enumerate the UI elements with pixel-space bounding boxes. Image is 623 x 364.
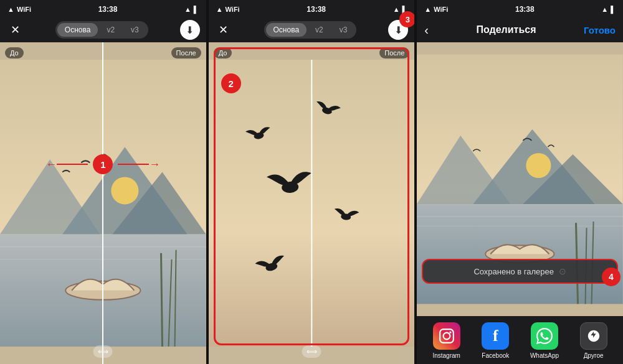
- other-icon: [580, 322, 607, 350]
- right-arrow-icon: →: [149, 158, 160, 171]
- back-button-3[interactable]: ‹: [424, 23, 429, 37]
- label-after-2: После: [379, 47, 409, 58]
- status-bar-1: ▲ WiFi 13:38 ▲ ▌: [0, 0, 206, 17]
- svg-point-33: [449, 331, 451, 333]
- status-bar-3: ▲ WiFi 13:38 ▲ ▌: [417, 0, 623, 17]
- saved-text: Сохранено в галерее: [473, 267, 554, 276]
- arrow-icon-1: ▲: [184, 6, 191, 13]
- tab-group-2: Основа v2 v3: [264, 21, 357, 39]
- toolbar-3: ‹ Поделиться Готово: [417, 17, 623, 42]
- arrow-line-right: [118, 164, 149, 165]
- svg-point-4: [111, 177, 138, 204]
- svg-point-23: [526, 153, 551, 178]
- tab-v3-2[interactable]: v3: [332, 23, 355, 37]
- instagram-icon: [433, 322, 460, 350]
- arrow-icon-2: ▲: [393, 6, 400, 13]
- tab-osnova-1[interactable]: Основа: [57, 23, 98, 37]
- handle-icon-1[interactable]: ⟺: [93, 345, 113, 358]
- panel-2: ▲ WiFi 13:38 ▲ ▌ ✕ Основа v2 v3 ⬇ 3: [209, 0, 415, 364]
- app-whatsapp[interactable]: WhatsApp: [527, 322, 561, 359]
- step-circle-1: 1: [93, 154, 113, 174]
- tab-osnova-2[interactable]: Основа: [266, 23, 307, 37]
- battery-icon-3: ▌: [611, 6, 616, 13]
- arrow-icon-3: ▲: [601, 6, 608, 13]
- facebook-label: Facebook: [482, 352, 509, 359]
- arrow-line-left: [57, 164, 88, 165]
- saved-check-icon: ⊙: [559, 266, 566, 276]
- wifi-icon-2: WiFi: [226, 6, 240, 13]
- done-button-3[interactable]: Готово: [584, 25, 616, 35]
- app-instagram[interactable]: Instagram: [429, 322, 464, 359]
- instagram-label: Instagram: [432, 352, 460, 359]
- step-badge-3: 3: [399, 11, 414, 27]
- download-button-1[interactable]: ⬇: [180, 20, 200, 40]
- image-area-2: До После 2 ⟺: [209, 42, 415, 364]
- status-left-2: ▲ WiFi: [216, 6, 240, 13]
- tab-v3-1[interactable]: v3: [123, 23, 146, 37]
- whatsapp-label: WhatsApp: [530, 352, 559, 359]
- left-arrow-icon: ←: [45, 158, 57, 171]
- handle-icon-2[interactable]: ⟺: [302, 345, 321, 358]
- time-3: 13:38: [515, 5, 535, 14]
- share-apps: Instagram f Facebook WhatsApp: [417, 316, 623, 364]
- status-right-3: ▲ ▌: [601, 6, 616, 13]
- download-icon-2: ⬇: [394, 24, 402, 36]
- signal-icon-3: ▲: [424, 6, 431, 13]
- signal-icon-2: ▲: [216, 6, 223, 13]
- wifi-icon-3: WiFi: [434, 6, 448, 13]
- main-container: ▲ WiFi 13:38 ▲ ▌ ✕ Основа v2 v3 ⬇: [0, 0, 623, 364]
- wifi-icon-1: WiFi: [17, 6, 31, 13]
- share-title: Поделиться: [476, 24, 536, 35]
- tab-v2-2[interactable]: v2: [308, 23, 331, 37]
- label-before-1: До: [5, 47, 24, 58]
- status-right-1: ▲ ▌: [184, 6, 199, 13]
- label-before-2: До: [214, 47, 232, 58]
- status-left-1: ▲ WiFi: [7, 6, 31, 13]
- svg-point-32: [443, 333, 450, 340]
- tab-v2-1[interactable]: v2: [99, 23, 122, 37]
- facebook-icon: f: [482, 322, 509, 350]
- close-button-1[interactable]: ✕: [6, 23, 24, 37]
- app-facebook[interactable]: f Facebook: [478, 322, 513, 359]
- svg-line-9: [161, 253, 163, 347]
- image-area-3: Сохранено в галерее ⊙ 4: [417, 42, 623, 316]
- toolbar-1: ✕ Основа v2 v3 ⬇: [0, 17, 206, 42]
- close-button-2[interactable]: ✕: [215, 23, 232, 37]
- tab-group-1: Основа v2 v3: [55, 21, 148, 39]
- other-label: Другое: [584, 352, 604, 359]
- step-badge-2: 2: [221, 73, 241, 93]
- time-1: 13:38: [98, 5, 118, 14]
- status-bar-2: ▲ WiFi 13:38 ▲ ▌: [209, 0, 415, 17]
- image-area-1: До После ← 1 → ⟺: [0, 42, 206, 364]
- split-line-1: [102, 42, 103, 364]
- panel-1: ▲ WiFi 13:38 ▲ ▌ ✕ Основа v2 v3 ⬇: [0, 0, 206, 364]
- step-badge-4: 4: [602, 268, 621, 286]
- whatsapp-icon: [531, 322, 558, 350]
- app-other[interactable]: Другое: [576, 322, 611, 359]
- label-after-1: После: [171, 47, 201, 58]
- time-2: 13:38: [307, 5, 326, 14]
- battery-icon-1: ▌: [194, 6, 199, 13]
- download-wrapper-2: ⬇ 3: [388, 20, 408, 40]
- signal-icon-1: ▲: [7, 6, 14, 13]
- svg-rect-31: [440, 329, 454, 343]
- panel-3: ▲ WiFi 13:38 ▲ ▌ ‹ Поделиться Готово: [417, 0, 623, 364]
- status-left-3: ▲ WiFi: [424, 6, 448, 13]
- facebook-f-letter: f: [493, 327, 498, 345]
- toolbar-2: ✕ Основа v2 v3 ⬇ 3: [209, 17, 415, 42]
- arrow-annotation-1: ← 1 →: [45, 154, 160, 174]
- saved-toast: Сохранено в галерее ⊙: [422, 259, 618, 284]
- download-icon-1: ⬇: [186, 24, 194, 36]
- landscape-svg-2: [209, 42, 415, 364]
